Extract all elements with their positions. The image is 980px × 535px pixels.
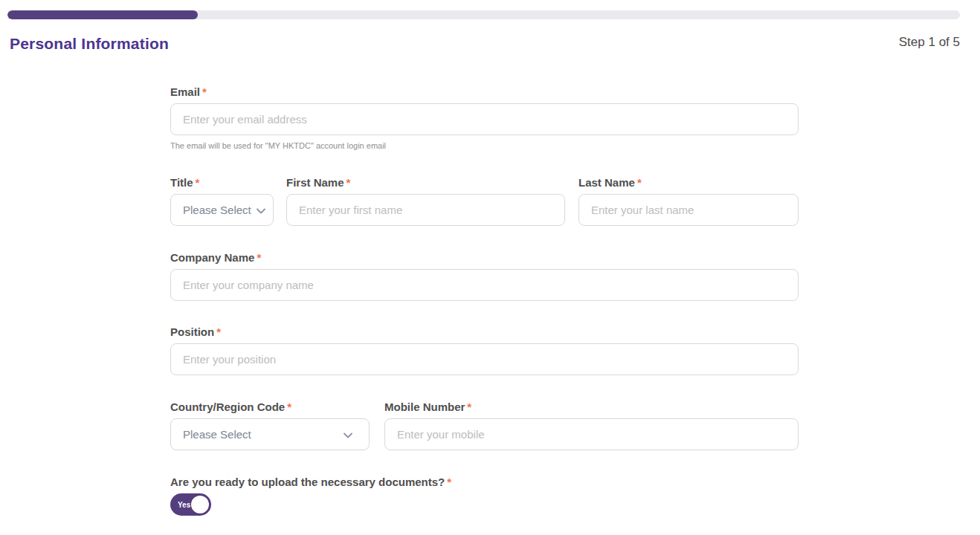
chevron-down-icon — [342, 429, 354, 441]
page-title: Personal Information — [10, 35, 169, 53]
title-select[interactable]: Please Select — [170, 194, 274, 226]
phone-row: Country/Region Code* Please Select Mobil… — [170, 401, 799, 450]
email-helper-text: The email will be used for "MY HKTDC" ac… — [170, 141, 799, 150]
last-name-field[interactable] — [578, 194, 799, 226]
email-field-group: Email* The email will be used for "MY HK… — [170, 85, 799, 150]
title-field-group: Title* Please Select — [170, 176, 274, 226]
required-asterisk: * — [202, 85, 207, 98]
upload-question-group: Are you ready to upload the necessary do… — [170, 476, 799, 516]
first-name-field[interactable] — [286, 194, 565, 226]
progress-fill — [7, 10, 198, 19]
required-asterisk: * — [637, 176, 642, 189]
upload-documents-toggle[interactable]: Yes — [170, 493, 211, 516]
position-field-group: Position* — [170, 325, 799, 375]
position-label-text: Position — [170, 325, 214, 338]
required-asterisk: * — [287, 401, 291, 413]
step-indicator: Step 1 of 5 — [899, 35, 960, 50]
last-name-label-text: Last Name — [578, 176, 635, 189]
required-asterisk: * — [447, 476, 451, 488]
country-code-select-value: Please Select — [183, 428, 251, 441]
email-label: Email* — [170, 85, 799, 98]
title-label-text: Title — [170, 176, 193, 189]
mobile-field-group: Mobile Number* — [384, 401, 799, 450]
progress-bar — [7, 10, 960, 19]
required-asterisk: * — [467, 401, 471, 413]
country-code-label-text: Country/Region Code — [170, 401, 285, 413]
company-name-field-group: Company Name* — [170, 251, 799, 301]
company-name-field[interactable] — [170, 269, 799, 301]
company-name-label: Company Name* — [170, 251, 799, 264]
mobile-field[interactable] — [384, 418, 799, 450]
position-label: Position* — [170, 325, 799, 338]
email-label-text: Email — [170, 85, 200, 98]
email-field[interactable] — [170, 103, 799, 135]
company-name-label-text: Company Name — [170, 251, 254, 264]
last-name-field-group: Last Name* — [578, 176, 799, 226]
country-code-label: Country/Region Code* — [170, 401, 370, 413]
required-asterisk: * — [257, 251, 261, 264]
upload-question-label: Are you ready to upload the necessary do… — [170, 476, 799, 488]
title-label: Title* — [170, 176, 274, 189]
last-name-label: Last Name* — [578, 176, 799, 189]
mobile-label: Mobile Number* — [384, 401, 799, 413]
chevron-down-icon — [255, 205, 267, 217]
first-name-field-group: First Name* — [286, 176, 565, 226]
country-code-select[interactable]: Please Select — [170, 418, 370, 450]
required-asterisk: * — [216, 325, 221, 338]
name-row: Title* Please Select First Name* Last Na… — [170, 176, 799, 226]
position-field[interactable] — [170, 343, 799, 375]
upload-question-label-text: Are you ready to upload the necessary do… — [170, 476, 445, 488]
country-code-field-group: Country/Region Code* Please Select — [170, 401, 370, 450]
title-select-value: Please Select — [183, 204, 251, 216]
first-name-label-text: First Name — [286, 176, 344, 189]
first-name-label: First Name* — [286, 176, 565, 189]
required-asterisk: * — [346, 176, 351, 189]
toggle-state-label: Yes — [178, 501, 190, 509]
toggle-knob — [191, 496, 209, 513]
required-asterisk: * — [196, 176, 200, 189]
mobile-label-text: Mobile Number — [384, 401, 465, 413]
